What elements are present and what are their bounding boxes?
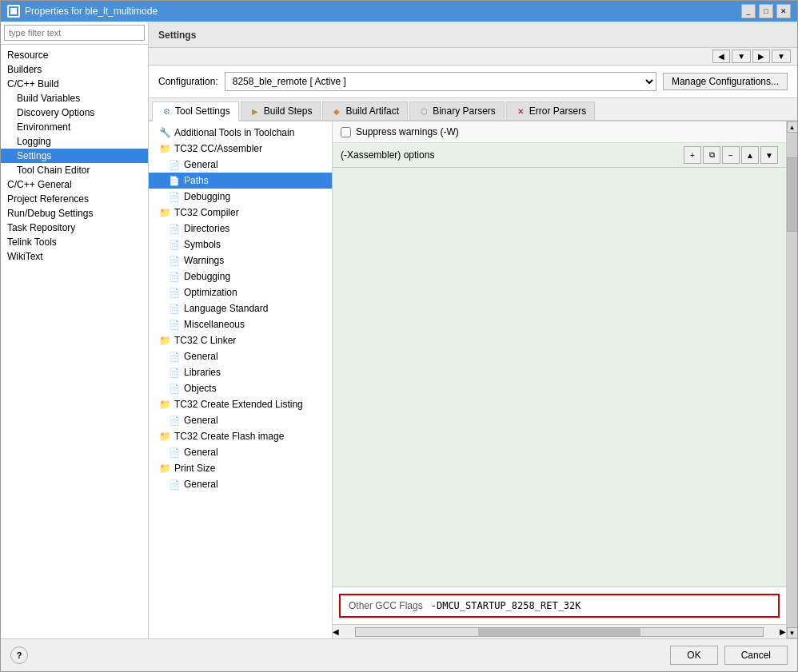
- tool-tree-linker-general[interactable]: 📄 General: [149, 348, 332, 364]
- tool-tree-extended-listing[interactable]: 📁 TC32 Create Extended Listing: [149, 396, 332, 412]
- help-button[interactable]: ?: [10, 646, 28, 664]
- tool-tree-miscellaneous[interactable]: 📄 Miscellaneous: [149, 316, 332, 332]
- scroll-left-button[interactable]: ◀: [333, 627, 339, 636]
- add-option-button[interactable]: +: [684, 146, 701, 164]
- tool-tree-libraries[interactable]: 📄 Libraries: [149, 364, 332, 380]
- gcc-flags-label: Other GCC Flags: [349, 600, 423, 611]
- up-option-button[interactable]: ▲: [741, 146, 759, 164]
- manage-configurations-button[interactable]: Manage Configurations...: [663, 73, 788, 90]
- scroll-thumb-vertical[interactable]: [787, 157, 798, 232]
- tool-tree-tc32-debugging[interactable]: 📄 Debugging: [149, 189, 332, 205]
- title-bar: Properties for ble_lt_multimode _ □ ✕: [1, 1, 797, 22]
- tool-tree-label: Miscellaneous: [184, 319, 245, 330]
- tool-tree-print-general[interactable]: 📄 General: [149, 476, 332, 492]
- maximize-button[interactable]: □: [759, 4, 773, 18]
- menu-button[interactable]: ▶: [752, 50, 770, 63]
- config-select[interactable]: 8258_ble_remote [ Active ]: [225, 72, 656, 91]
- tool-tree-print-size[interactable]: 📁 Print Size: [149, 460, 332, 476]
- close-button[interactable]: ✕: [776, 4, 791, 18]
- tool-tree-flash-general[interactable]: 📄 General: [149, 444, 332, 460]
- sidebar-item-cpp-general[interactable]: C/C++ General: [1, 177, 148, 192]
- sidebar-item-settings[interactable]: Settings: [1, 149, 148, 163]
- tool-tree-additional-tools[interactable]: 🔧 Additional Tools in Toolchain: [149, 125, 332, 141]
- file-icon: 📄: [168, 478, 181, 491]
- horizontal-scrollbar[interactable]: ◀ ▶: [333, 624, 786, 638]
- ok-button[interactable]: OK: [670, 646, 717, 665]
- scroll-down-button[interactable]: ▼: [787, 627, 798, 638]
- tool-tree-optimization[interactable]: 📄 Optimization: [149, 284, 332, 300]
- folder-icon: 📁: [158, 398, 171, 411]
- sidebar-item-environment[interactable]: Environment: [1, 120, 148, 134]
- config-bar: Configuration: 8258_ble_remote [ Active …: [149, 66, 797, 98]
- search-input[interactable]: [4, 25, 145, 41]
- tab-build-artifact[interactable]: ◆ Build Artifact: [322, 101, 408, 120]
- scroll-up-button[interactable]: ▲: [787, 121, 798, 133]
- suppress-warnings-row: Suppress warnings (-W): [333, 121, 786, 143]
- sidebar-item-resource[interactable]: Resource: [1, 48, 148, 62]
- tool-tree-label: Debugging: [184, 271, 230, 282]
- tab-error-parsers[interactable]: ✕ Error Parsers: [506, 101, 595, 120]
- suppress-warnings-label: Suppress warnings (-W): [356, 126, 459, 137]
- sidebar-item-build-variables[interactable]: Build Variables: [1, 91, 148, 105]
- tab-build-steps[interactable]: ▶ Build Steps: [241, 101, 321, 120]
- tool-tree-tc32-assembler[interactable]: 📁 TC32 CC/Assembler: [149, 141, 332, 157]
- tool-tree-label: TC32 Create Extended Listing: [174, 399, 303, 410]
- down-option-button[interactable]: ▼: [760, 146, 778, 164]
- copy-option-button[interactable]: ⧉: [703, 146, 720, 164]
- file-icon: 📄: [168, 286, 181, 299]
- sidebar-item-logging[interactable]: Logging: [1, 134, 148, 149]
- tool-tree-label: Language Standard: [184, 303, 268, 314]
- bottom-left: ?: [10, 646, 28, 664]
- tool-tree-listing-general[interactable]: 📄 General: [149, 412, 332, 428]
- options-area: (-Xassembler) options + ⧉ − ▲ ▼: [333, 143, 786, 587]
- tool-tree-tc32-compiler[interactable]: 📁 TC32 Compiler: [149, 205, 332, 221]
- file-icon: 📄: [168, 238, 181, 251]
- tool-tree-directories[interactable]: 📄 Directories: [149, 221, 332, 237]
- sidebar-item-wikitext[interactable]: WikiText: [1, 249, 148, 264]
- tab-build-artifact-label: Build Artifact: [345, 105, 399, 117]
- sidebar-item-builders[interactable]: Builders: [1, 62, 148, 77]
- file-icon: 📄: [168, 270, 181, 283]
- tool-tree-label: Symbols: [184, 239, 221, 250]
- tab-binary-parsers[interactable]: ⬡ Binary Parsers: [409, 101, 505, 120]
- sidebar-item-telink-tools[interactable]: Telink Tools: [1, 235, 148, 249]
- tool-tree-language-standard[interactable]: 📄 Language Standard: [149, 300, 332, 316]
- tool-tree-label: TC32 Compiler: [174, 207, 239, 218]
- right-panel: Settings ◀ ▼ ▶ ▼ Configuration: 8258_ble…: [149, 22, 797, 638]
- scroll-thumb[interactable]: [478, 628, 641, 636]
- file-icon: 📄: [168, 446, 181, 459]
- more-button[interactable]: ▼: [772, 50, 791, 63]
- tool-tree-compiler-debugging[interactable]: 📄 Debugging: [149, 268, 332, 284]
- tool-tree-tc32-general[interactable]: 📄 General: [149, 157, 332, 173]
- tool-tree-objects[interactable]: 📄 Objects: [149, 380, 332, 396]
- sidebar-item-discovery-options[interactable]: Discovery Options: [1, 105, 148, 120]
- scroll-right-button[interactable]: ▶: [780, 627, 786, 636]
- tool-tree-warnings[interactable]: 📄 Warnings: [149, 252, 332, 268]
- tool-tree-label: Warnings: [184, 255, 224, 266]
- forward-button[interactable]: ▼: [732, 50, 751, 63]
- back-button[interactable]: ◀: [712, 50, 730, 63]
- sidebar-item-project-references[interactable]: Project References: [1, 192, 148, 206]
- gcc-flags-value: -DMCU_STARTUP_8258_RET_32K: [431, 600, 581, 611]
- tool-tree-tc32-paths[interactable]: 📄 Paths: [149, 173, 332, 189]
- cancel-button[interactable]: Cancel: [724, 646, 788, 665]
- file-icon: 📄: [168, 366, 181, 379]
- tab-tool-settings[interactable]: ⚙ Tool Settings: [152, 101, 239, 121]
- tool-tree-symbols[interactable]: 📄 Symbols: [149, 237, 332, 252]
- scroll-track: [355, 627, 764, 637]
- main-window: Properties for ble_lt_multimode _ □ ✕ Re…: [0, 0, 798, 672]
- tool-tree-tc32-linker[interactable]: 📁 TC32 C Linker: [149, 332, 332, 348]
- sidebar-item-run-debug[interactable]: Run/Debug Settings: [1, 206, 148, 221]
- sidebar-item-toolchain-editor[interactable]: Tool Chain Editor: [1, 163, 148, 177]
- folder-icon: 📁: [158, 334, 171, 347]
- suppress-warnings-checkbox[interactable]: [341, 127, 351, 137]
- tool-content: 🔧 Additional Tools in Toolchain 📁 TC32 C…: [149, 121, 797, 638]
- sidebar-item-task-repository[interactable]: Task Repository: [1, 221, 148, 235]
- scroll-track-vertical: [787, 133, 798, 627]
- tool-tree-flash-image[interactable]: 📁 TC32 Create Flash image: [149, 428, 332, 444]
- sidebar-item-cpp-build[interactable]: C/C++ Build: [1, 77, 148, 91]
- minimize-button[interactable]: _: [741, 4, 756, 18]
- delete-option-button[interactable]: −: [722, 146, 740, 164]
- sidebar-tree: Resource Builders C/C++ Build Build Vari…: [1, 45, 148, 638]
- tool-tree: 🔧 Additional Tools in Toolchain 📁 TC32 C…: [149, 121, 333, 638]
